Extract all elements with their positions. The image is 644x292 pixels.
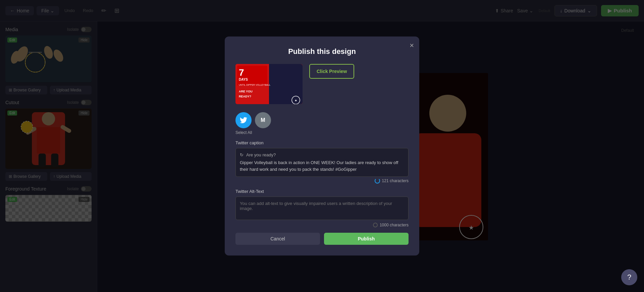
svg-text:READY?: READY?	[239, 95, 251, 98]
svg-text:★: ★	[294, 99, 297, 102]
close-icon: ×	[410, 41, 414, 50]
alt-char-count: 1000 characters	[380, 223, 409, 227]
select-all-label[interactable]: Select All	[235, 130, 409, 135]
alt-text-label: Twitter Alt-Text	[235, 189, 409, 194]
help-button[interactable]: ?	[621, 269, 637, 285]
publish-modal: × Publish this design 7 DAYS UNTIL DIPPE…	[225, 36, 419, 256]
modal-overlay: × Publish this design 7 DAYS UNTIL DIPPE…	[0, 0, 644, 292]
preview-svg: 7 DAYS UNTIL DIPPER VOLLEYBALL ARE YOU R…	[235, 64, 303, 104]
preview-area: 7 DAYS UNTIL DIPPER VOLLEYBALL ARE YOU R…	[235, 64, 409, 104]
svg-text:ARE YOU: ARE YOU	[239, 90, 253, 93]
svg-text:UNTIL DIPPER VOLLEYBALL: UNTIL DIPPER VOLLEYBALL	[239, 84, 270, 86]
twitter-svg	[240, 117, 247, 123]
publish-modal-label: Publish	[358, 236, 375, 241]
svg-text:7: 7	[239, 67, 244, 78]
social-icons-row: M	[235, 112, 409, 128]
char-count-text: 121 characters	[382, 178, 409, 183]
caption-refresh-icon: ↻	[240, 152, 244, 157]
alt-footer: 1000 characters	[235, 223, 409, 227]
char-counter: 121 characters	[375, 178, 409, 184]
caption-footer: 121 characters	[235, 178, 409, 184]
svg-rect-32	[269, 64, 303, 104]
publish-modal-button[interactable]: Publish	[324, 233, 409, 245]
modal-close-button[interactable]: ×	[410, 42, 414, 49]
preview-image: 7 DAYS UNTIL DIPPER VOLLEYBALL ARE YOU R…	[235, 64, 303, 104]
cancel-label: Cancel	[270, 236, 285, 241]
help-icon: ?	[627, 273, 631, 282]
click-preview-label: Click Preview	[317, 69, 347, 74]
caption-header: ↻ Are you ready?	[240, 152, 404, 157]
caption-body: Gipper Volleyball is back in action in O…	[240, 159, 404, 172]
twitter-icon[interactable]	[235, 112, 252, 128]
cancel-modal-button[interactable]: Cancel	[235, 233, 320, 245]
alt-radio-dot	[373, 223, 378, 227]
click-preview-button[interactable]: Click Preview	[309, 64, 354, 79]
svg-text:DAYS: DAYS	[239, 78, 248, 81]
char-indicator	[375, 178, 380, 184]
mail-symbol: M	[261, 117, 265, 123]
twitter-caption-label: Twitter caption	[235, 140, 409, 145]
modal-footer: Cancel Publish	[235, 233, 409, 245]
alt-counter: 1000 characters	[373, 223, 409, 227]
mail-icon[interactable]: M	[255, 112, 271, 128]
modal-title: Publish this design	[235, 47, 409, 56]
alt-text-input[interactable]	[235, 197, 409, 220]
caption-header-text: Are you ready?	[246, 152, 276, 157]
preview-image-inner: 7 DAYS UNTIL DIPPER VOLLEYBALL ARE YOU R…	[235, 64, 303, 104]
caption-box: ↻ Are you ready? Gipper Volleyball is ba…	[235, 148, 409, 177]
